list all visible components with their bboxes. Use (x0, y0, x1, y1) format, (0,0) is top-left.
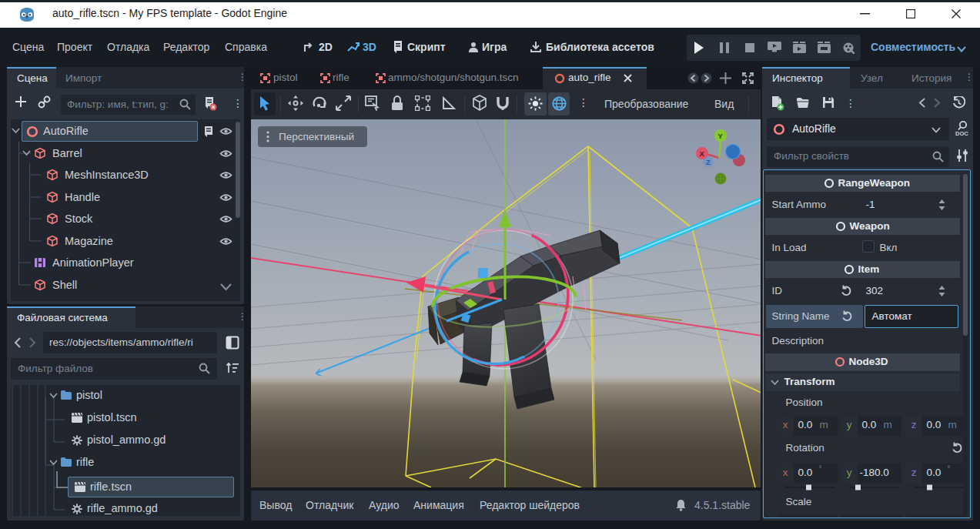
svg-text:X: X (700, 149, 705, 158)
svg-text:Перспективный: Перспективный (279, 131, 354, 142)
svg-text:Y: Y (718, 132, 724, 140)
svg-text:Z: Z (706, 158, 711, 166)
svg-text:DOC: DOC (955, 130, 968, 137)
